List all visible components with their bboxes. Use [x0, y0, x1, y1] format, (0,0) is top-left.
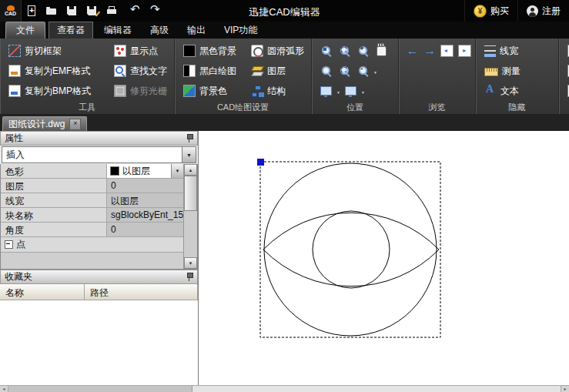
- scroll-left-button[interactable]: [0, 386, 8, 392]
- history-back-button[interactable]: [440, 43, 455, 59]
- copy-bmp-icon: [8, 85, 21, 97]
- scroll-down-button[interactable]: [184, 257, 197, 269]
- find-text-button[interactable]: 查找文字: [110, 61, 171, 81]
- insert-selector-dropdown-icon[interactable]: [182, 147, 196, 162]
- horizontal-scrollbar-track[interactable]: [192, 386, 561, 392]
- forward-button[interactable]: [423, 43, 438, 59]
- cut-frame-button[interactable]: 剪切框架: [5, 41, 110, 61]
- back-button[interactable]: [405, 43, 420, 59]
- register-label: 注册: [542, 5, 561, 18]
- group-caption-hide: 隐藏: [476, 102, 558, 113]
- zoom-out-button[interactable]: [355, 63, 371, 79]
- logo-flame-icon: [7, 5, 15, 11]
- menu-advanced[interactable]: 高级: [142, 22, 176, 39]
- color-value-combo[interactable]: 以图层: [107, 164, 183, 178]
- undo-button[interactable]: [126, 2, 146, 20]
- trim-raster-button: 修剪光栅: [110, 81, 171, 101]
- zoom-out-dropdown-icon[interactable]: [373, 65, 377, 76]
- pin-icon[interactable]: [186, 272, 193, 282]
- scrollbar-thumb[interactable]: [184, 176, 197, 211]
- clipped-button-3[interactable]: [564, 81, 569, 101]
- open-file-button[interactable]: [42, 2, 62, 20]
- lineweight-value[interactable]: 以图层: [107, 193, 183, 207]
- redo-icon: [150, 5, 162, 17]
- menu-file[interactable]: 文件: [5, 22, 45, 39]
- horizontal-scrollbar-thumb[interactable]: [8, 386, 192, 392]
- angle-value[interactable]: 0: [107, 223, 183, 236]
- zoom-extents-button[interactable]: [318, 43, 334, 59]
- new-file-button[interactable]: [22, 2, 42, 20]
- history-forward-button[interactable]: [457, 43, 473, 59]
- black-background-button[interactable]: 黑色背景: [179, 41, 247, 61]
- zoom-previous-icon: [320, 65, 333, 77]
- column-header-path[interactable]: 路径: [85, 284, 198, 300]
- layers-icon: [251, 65, 263, 77]
- document-tabbar: 图纸设计.dwg ×: [0, 114, 569, 131]
- clipped-button-1[interactable]: [564, 41, 569, 61]
- named-view-dropdown-icon[interactable]: [361, 85, 365, 96]
- viewport-button[interactable]: [318, 83, 334, 99]
- buy-button[interactable]: ¥ 购买: [464, 0, 517, 22]
- show-points-button[interactable]: 显示点: [110, 41, 171, 61]
- black-background-label: 黑色背景: [199, 45, 236, 58]
- ribbon: 剪切框架 复制为EMF格式 复制为BMP格式 显示点: [0, 39, 569, 115]
- save-as-button[interactable]: [82, 2, 102, 20]
- menu-vip[interactable]: VIP功能: [216, 22, 265, 39]
- register-button[interactable]: 注册: [517, 0, 569, 22]
- menu-editor[interactable]: 编辑器: [96, 22, 139, 39]
- horizontal-scrollbar[interactable]: [0, 385, 569, 392]
- structure-button[interactable]: 结构: [247, 81, 308, 101]
- named-view-button[interactable]: [343, 83, 359, 99]
- line-width-toggle[interactable]: 线宽: [480, 41, 555, 61]
- layer-value[interactable]: 0: [107, 179, 183, 193]
- zoom-selected-button[interactable]: [336, 63, 353, 79]
- collapse-expander-icon[interactable]: [5, 240, 13, 249]
- lens-arcs[interactable]: [263, 213, 439, 286]
- viewport-dropdown-icon[interactable]: [336, 85, 340, 96]
- property-group-point[interactable]: 点: [1, 237, 183, 253]
- print-button[interactable]: [102, 2, 122, 20]
- copy-emf-button[interactable]: 复制为EMF格式: [5, 61, 110, 81]
- scroll-up-button[interactable]: [184, 164, 197, 176]
- redo-button[interactable]: [146, 2, 166, 20]
- find-text-icon: [114, 65, 126, 77]
- tab-close-button[interactable]: ×: [69, 119, 81, 130]
- save-button[interactable]: [62, 2, 82, 20]
- zoom-in-button[interactable]: [355, 43, 371, 59]
- layers-label: 图层: [267, 65, 286, 78]
- menu-viewer[interactable]: 查看器: [49, 22, 93, 39]
- save-icon: [65, 5, 78, 17]
- pan-button[interactable]: [373, 43, 390, 59]
- outer-circle[interactable]: [264, 163, 437, 336]
- layers-button[interactable]: 图层: [247, 61, 308, 81]
- background-color-label: 背景色: [199, 85, 227, 98]
- insert-selector[interactable]: 插入: [2, 146, 196, 163]
- column-header-name[interactable]: 名称: [0, 284, 85, 300]
- properties-scrollbar[interactable]: [183, 164, 197, 269]
- bw-drawing-button[interactable]: 黑白绘图: [179, 61, 247, 81]
- zoom-window-button[interactable]: [336, 43, 353, 59]
- favorites-header: 收藏夹: [0, 270, 198, 284]
- drawing-canvas[interactable]: [199, 131, 569, 385]
- menu-output[interactable]: 输出: [179, 22, 213, 39]
- favorites-list[interactable]: [0, 300, 198, 385]
- zoom-in-icon: [357, 45, 370, 57]
- clipped-button-2[interactable]: [564, 61, 569, 81]
- scroll-right-button[interactable]: [561, 386, 569, 392]
- copy-bmp-button[interactable]: 复制为BMP格式: [5, 81, 110, 101]
- ribbon-group-clipped: [559, 39, 569, 114]
- scrollbar-track[interactable]: [184, 211, 197, 257]
- text-toggle[interactable]: 文本: [480, 81, 555, 101]
- inner-circle[interactable]: [313, 211, 390, 288]
- measure-toggle[interactable]: 测量: [480, 61, 555, 81]
- blockname-value[interactable]: sgBlockByEnt_1598: [107, 208, 183, 222]
- undo-icon: [130, 5, 142, 17]
- smooth-arc-button[interactable]: 圆滑弧形: [247, 41, 308, 61]
- color-dropdown-icon[interactable]: [171, 164, 183, 178]
- background-color-button[interactable]: 背景色: [179, 81, 247, 101]
- pin-icon[interactable]: [186, 133, 193, 143]
- document-tab[interactable]: 图纸设计.dwg ×: [2, 116, 87, 131]
- zoom-previous-button[interactable]: [318, 63, 334, 79]
- selection-handle[interactable]: [257, 159, 264, 166]
- grid-filler: [1, 253, 183, 269]
